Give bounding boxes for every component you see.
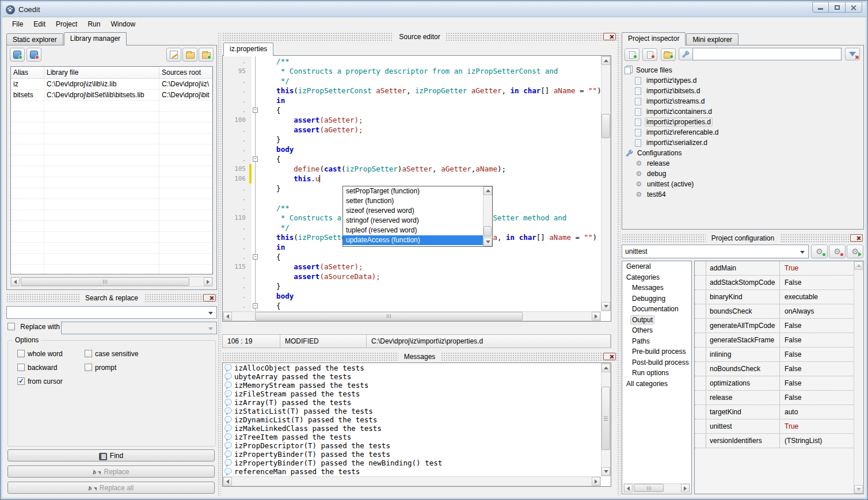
categories-hscrollbar[interactable] [623,483,690,493]
category-pre-build-process[interactable]: Pre-build process [622,346,691,357]
property-row[interactable]: inliningFalse [695,348,854,362]
checkbox-whole-word[interactable] [17,350,25,357]
property-row[interactable]: noBoundsCheckFalse [695,362,854,376]
menu-window[interactable]: Window [105,18,140,30]
remove-library-button[interactable] [26,48,41,62]
edit-library-button[interactable] [166,48,181,62]
code-line[interactable]: . body [223,291,601,301]
message-item[interactable]: izPropDescriptor(T) passed the tests [223,441,601,450]
code-line[interactable]: . in [223,96,601,105]
property-value[interactable]: False [780,350,854,358]
property-value[interactable]: True [780,264,854,272]
source-editor-close-button[interactable] [603,33,616,40]
property-row[interactable]: binaryKindexecutable [695,290,854,304]
tree-item-configuration[interactable]: ⚙unittest (active) [625,179,861,189]
replace-all-button[interactable]: bReplace all [7,482,215,494]
replace-input[interactable] [61,322,217,334]
completion-item[interactable]: sizeof (reserved word) [343,206,483,216]
remove-source-button[interactable] [642,48,657,61]
open-library-file-button[interactable] [182,48,197,62]
fold-collapse-icon[interactable]: − [253,157,258,162]
menu-run[interactable]: Run [82,18,105,30]
code-line[interactable]: . assert(aSourceData); [223,272,601,281]
search-close-button[interactable] [203,294,216,301]
tree-item-source-file[interactable]: import\iz\containers.d [625,106,861,117]
project-config-dock-header[interactable]: Project configuration [622,234,864,243]
tree-item-source-file[interactable]: import\iz\bitsets.d [625,86,861,96]
code-line[interactable]: 95 * Constructs a property descriptor fr… [223,66,601,76]
category-categories[interactable]: Categories [622,272,691,283]
property-value[interactable]: True [780,422,854,430]
editor-vscrollbar[interactable] [601,56,611,311]
source-editor-dock-header[interactable]: Source editor [222,32,617,41]
code-line[interactable]: 115 assert(aSetter); [223,262,601,272]
project-settings-button[interactable] [679,48,694,60]
message-item[interactable]: ubyteArray passed the tests [223,372,601,381]
code-editor[interactable]: . /**95 * Constructs a property descript… [222,55,611,322]
column-header-library-file[interactable]: Library file [44,67,159,78]
category-output[interactable]: Output [622,315,691,326]
code-line[interactable]: . } [223,281,601,291]
completion-scrollbar[interactable] [483,186,492,246]
property-value[interactable]: False [780,336,854,344]
replace-button[interactable]: bReplace [7,465,215,478]
messages-hscrollbar[interactable] [223,476,601,486]
menu-edit[interactable]: Edit [28,18,51,30]
category-post-build-process[interactable]: Post-build process [622,357,691,368]
splitter-left[interactable] [218,32,221,496]
code-line[interactable]: .− { [223,301,601,311]
completion-item[interactable]: tupleof (reserved word) [343,226,483,235]
category-paths[interactable]: Paths [622,336,691,347]
tab-mini-explorer[interactable]: Mini explorer [686,33,738,45]
category-documentation[interactable]: Documentation [622,304,691,315]
message-item[interactable]: izFileStream passed the tests [223,390,601,398]
tree-item-source-file[interactable]: import\iz\referencable.d [625,127,861,138]
code-line[interactable]: . } [223,135,601,144]
title-bar[interactable]: Coedit [2,2,866,17]
category-messages[interactable]: Messages [622,283,691,293]
add-library-button[interactable] [10,48,25,62]
tab-project-inspector[interactable]: Project inspector [622,32,686,45]
property-value[interactable]: onAlways [780,307,854,315]
messages-close-button[interactable] [603,353,616,360]
tree-item-configuration[interactable]: ⚙debug [625,169,861,179]
code-line[interactable]: .− { [223,154,601,164]
fold-collapse-icon[interactable]: − [253,303,258,308]
completion-item[interactable]: setter (function) [343,196,483,206]
project-config-close-button[interactable] [850,234,863,242]
tree-root-configurations[interactable]: Configurations [625,148,861,158]
message-item[interactable]: izAllocObject passed the tests [223,364,601,372]
property-value[interactable]: executable [780,293,854,301]
find-button[interactable]: Find [7,449,215,461]
tree-item-source-file[interactable]: import\iz\serializer.d [625,138,861,148]
message-item[interactable]: izDynamicList(T) passed the tests [223,415,601,424]
tab-static-explorer[interactable]: Static explorer [6,33,63,45]
replace-with-checkbox[interactable] [7,323,15,330]
fold-collapse-icon[interactable]: − [253,254,258,259]
property-row[interactable]: generateAllTmpCodeFalse [695,319,854,333]
apply-configuration-button[interactable]: ⚙ [847,245,863,258]
inspector-filter-input[interactable] [692,48,842,60]
property-row[interactable]: addMainTrue [695,261,854,276]
tree-item-source-file[interactable]: import\iz\streams.d [625,96,861,106]
checkbox-from-cursor[interactable] [17,377,25,385]
message-item[interactable]: izStaticList(T) passed the tests [223,407,601,415]
category-all-categories[interactable]: All categories [622,379,691,390]
property-value[interactable]: False [780,379,854,387]
completion-item[interactable]: updateAccess (function) [343,235,483,245]
messages-vscrollbar[interactable] [601,363,611,476]
editor-hscrollbar[interactable] [223,311,601,321]
library-list-hscrollbar[interactable] [10,277,213,287]
property-row[interactable]: releaseFalse [695,391,854,405]
add-folder-button[interactable] [661,48,676,61]
code-line[interactable]: 106 this.u [223,174,601,184]
message-item[interactable]: izTreeItem passed the tests [223,433,601,441]
code-line[interactable]: . /** [223,56,601,66]
remove-configuration-button[interactable]: ⚙ [829,245,846,258]
fold-collapse-icon[interactable]: − [253,108,258,113]
checkbox-case-sensitive[interactable] [85,350,92,357]
message-item[interactable]: referenceMan passed the tests [223,467,601,476]
property-row[interactable]: unittestTrue [695,419,854,434]
property-value[interactable]: auto [780,408,854,416]
tree-item-source-file[interactable]: import\iz\types.d [625,75,861,86]
